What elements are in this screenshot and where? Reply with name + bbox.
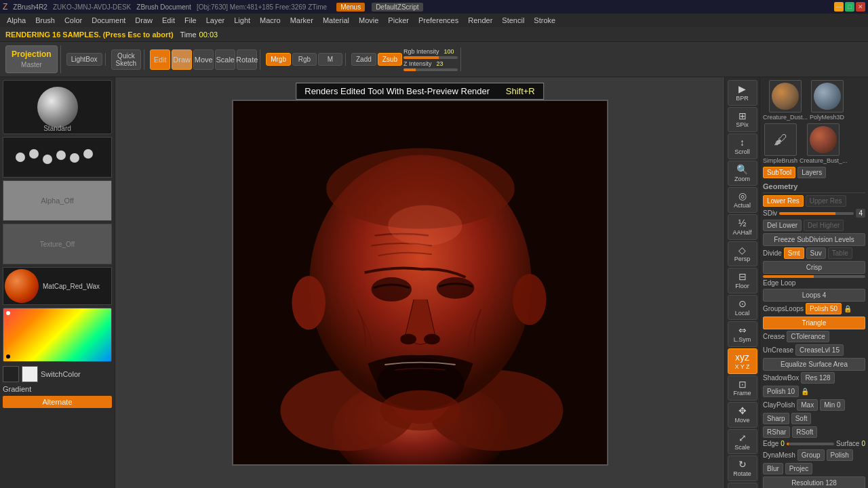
polish2-button[interactable]: Polish bbox=[827, 449, 853, 461]
resolution-button[interactable]: Resolution 128 bbox=[763, 476, 865, 488]
foreground-color[interactable] bbox=[3, 366, 19, 382]
menu-item-marker[interactable]: Marker bbox=[286, 15, 317, 26]
lower-res-button[interactable]: Lower Res bbox=[763, 195, 804, 207]
background-color[interactable] bbox=[22, 366, 38, 382]
close-button[interactable]: ✕ bbox=[856, 2, 865, 12]
draw-button[interactable]: Draw bbox=[172, 49, 192, 70]
crisp-button[interactable]: Crisp bbox=[763, 261, 865, 274]
group-button[interactable]: Group bbox=[797, 449, 825, 461]
menu-item-brush[interactable]: Brush bbox=[31, 15, 59, 26]
menu-item-file[interactable]: File bbox=[180, 15, 201, 26]
soft-button[interactable]: Soft bbox=[791, 413, 812, 424]
rt-btn-spix[interactable]: ⊞SPix bbox=[728, 107, 757, 133]
crisp-slider[interactable] bbox=[763, 275, 865, 278]
move-button[interactable]: Move bbox=[193, 49, 214, 70]
menu-item-draw[interactable]: Draw bbox=[131, 15, 157, 26]
m-button[interactable]: M bbox=[318, 53, 342, 66]
polish10-button[interactable]: Polish 10 bbox=[763, 386, 799, 397]
loops-button[interactable]: Loops 4 bbox=[763, 289, 865, 302]
rt-btn-rotate[interactable]: ↻Rotate bbox=[728, 455, 757, 481]
zadd-button[interactable]: Zadd bbox=[351, 53, 376, 66]
rt-btn-zoom[interactable]: 🔍Zoom bbox=[728, 161, 757, 186]
suv-button[interactable]: Suv bbox=[806, 247, 826, 259]
brush-preview[interactable]: Standard bbox=[3, 80, 112, 134]
rt-btn-xyz[interactable]: xyzX Y Z bbox=[728, 348, 757, 374]
menus-button[interactable]: Menus bbox=[336, 3, 365, 12]
polish-50-button[interactable]: Polish 50 bbox=[806, 303, 842, 314]
menu-item-color[interactable]: Color bbox=[60, 15, 86, 26]
z-intensity-slider[interactable] bbox=[403, 68, 458, 71]
menu-item-movie[interactable]: Movie bbox=[355, 15, 382, 26]
min-button[interactable]: Min 0 bbox=[820, 399, 844, 411]
simple-brush-thumb[interactable]: 🖌 SimpleBrush bbox=[763, 123, 797, 164]
creature-dust-thumb[interactable]: Creature_Dust... bbox=[763, 80, 808, 121]
sdiv-slider[interactable] bbox=[779, 212, 854, 215]
menu-item-edit[interactable]: Edit bbox=[158, 15, 179, 26]
maximize-button[interactable]: □ bbox=[845, 2, 854, 12]
rt-btn-l.sym[interactable]: ⇔L.Sym bbox=[728, 321, 757, 347]
upper-res-button[interactable]: Upper Res bbox=[806, 195, 846, 207]
rotate-button[interactable]: Rotate bbox=[237, 49, 257, 70]
material-preview[interactable]: MatCap_Red_Wax bbox=[3, 267, 112, 305]
scale-button[interactable]: Scale bbox=[215, 49, 235, 70]
rt-btn-scale[interactable]: ⤢Scale bbox=[728, 429, 757, 455]
rt-btn-aahalf[interactable]: ½AAHalf bbox=[728, 214, 757, 240]
lightbox-button[interactable]: LightBox bbox=[66, 53, 102, 66]
rt-btn-polyf[interactable]: ⊠PolyF bbox=[728, 483, 757, 488]
freeze-button[interactable]: Freeze SubDivision Levels bbox=[763, 233, 865, 246]
menu-item-stroke[interactable]: Stroke bbox=[530, 15, 559, 26]
ctolerance-button[interactable]: CTolerance bbox=[787, 331, 829, 342]
texture-preview[interactable]: Texture_Off bbox=[3, 224, 112, 264]
sharp-button[interactable]: Sharp bbox=[763, 413, 789, 424]
menu-item-layer[interactable]: Layer bbox=[202, 15, 229, 26]
rgb-intensity-value[interactable]: 100 bbox=[441, 47, 457, 56]
del-higher-button[interactable]: Del Higher bbox=[804, 220, 844, 231]
rt-btn-actual[interactable]: ◎Actual bbox=[728, 187, 757, 213]
rshar-button[interactable]: RShar bbox=[763, 426, 790, 438]
menu-item-material[interactable]: Material bbox=[319, 15, 353, 26]
menu-item-preferences[interactable]: Preferences bbox=[414, 15, 462, 26]
alpha-preview[interactable]: Alpha_Off bbox=[3, 180, 112, 221]
z-intensity-value[interactable]: 23 bbox=[434, 60, 446, 68]
menu-item-light[interactable]: Light bbox=[230, 15, 254, 26]
blur-button[interactable]: Blur bbox=[763, 463, 783, 474]
menu-item-macro[interactable]: Macro bbox=[256, 15, 285, 26]
table-button[interactable]: Table bbox=[828, 247, 852, 259]
minimize-button[interactable]: — bbox=[834, 2, 844, 12]
crease-lvl-button[interactable]: CreaseLvl 15 bbox=[795, 344, 844, 356]
rsoft-button[interactable]: RSoft bbox=[792, 426, 817, 438]
equalize-button[interactable]: Equalize Surface Area bbox=[763, 358, 865, 371]
color-picker[interactable] bbox=[3, 308, 112, 362]
del-lower-button[interactable]: Del Lower bbox=[763, 220, 802, 231]
default-script-button[interactable]: DefaultZScript bbox=[372, 3, 422, 12]
rt-btn-persp[interactable]: ◇Persp bbox=[728, 241, 757, 267]
stroke-preview[interactable] bbox=[3, 137, 112, 178]
rt-btn-move[interactable]: ✥Move bbox=[728, 402, 757, 428]
alternate-button[interactable]: Alternate bbox=[3, 396, 112, 408]
menu-item-stencil[interactable]: Stencil bbox=[498, 15, 528, 26]
res-button[interactable]: Res 128 bbox=[801, 372, 834, 384]
subtool-button[interactable]: SubTool bbox=[763, 167, 795, 178]
menu-item-picker[interactable]: Picker bbox=[384, 15, 413, 26]
menu-item-alpha[interactable]: Alpha bbox=[3, 15, 30, 26]
rt-btn-frame[interactable]: ⊡Frame bbox=[728, 375, 757, 401]
rt-btn-local[interactable]: ⊙Local bbox=[728, 295, 757, 321]
projec-button[interactable]: Projec bbox=[785, 463, 812, 474]
layers-button[interactable]: Layers bbox=[797, 167, 826, 178]
rt-btn-bpr[interactable]: ▶BPR bbox=[728, 80, 757, 106]
triangle-button[interactable]: Triangle bbox=[763, 317, 865, 329]
edge-slider[interactable] bbox=[787, 443, 834, 445]
quick-sketch-button[interactable]: Quick Sketch bbox=[111, 49, 142, 70]
smt-button[interactable]: Smt bbox=[784, 247, 804, 259]
rt-btn-floor[interactable]: ⊟Floor bbox=[728, 268, 757, 293]
canvas-frame[interactable] bbox=[232, 100, 608, 466]
menu-item-render[interactable]: Render bbox=[464, 15, 496, 26]
rt-btn-scroll[interactable]: ↕Scroll bbox=[728, 134, 757, 159]
rgb-intensity-slider[interactable] bbox=[403, 56, 458, 59]
rgb-button[interactable]: Rgb bbox=[292, 53, 317, 66]
menu-item-document[interactable]: Document bbox=[87, 15, 130, 26]
mrgb-button[interactable]: Mrgb bbox=[266, 53, 291, 66]
zsub-button[interactable]: Zsub bbox=[378, 53, 402, 66]
poly-mesh-thumb[interactable]: PolyMesh3D bbox=[810, 80, 844, 121]
projection-master-button[interactable]: Projection Master bbox=[5, 45, 58, 73]
